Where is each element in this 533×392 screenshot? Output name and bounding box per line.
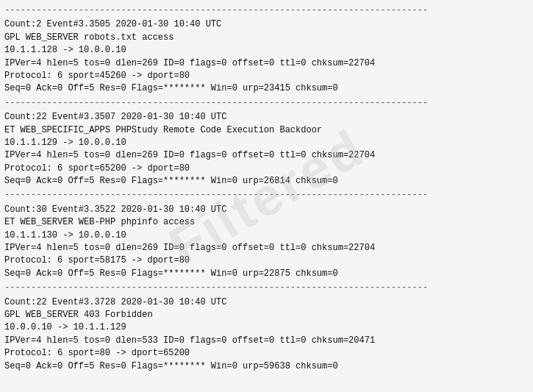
divider-4: ----------------------------------------… bbox=[4, 282, 529, 294]
log-line-3-3: 10.1.1.130 -> 10.0.0.10 bbox=[4, 229, 529, 242]
log-line-2-4: IPVer=4 hlen=5 tos=0 dlen=269 ID=0 flags… bbox=[4, 149, 529, 162]
log-block-4: Count:22 Event#3.3728 2020-01-30 10:40 U… bbox=[4, 296, 529, 373]
log-line-1-2: GPL WEB_SERVER robots.txt access bbox=[4, 32, 529, 44]
log-line-2-5: Protocol: 6 sport=65200 -> dport=80 bbox=[4, 163, 529, 175]
log-line-1-5: Protocol: 6 sport=45260 -> dport=80 bbox=[4, 70, 529, 82]
log-line-2-1: Count:22 Event#3.3507 2020-01-30 10:40 U… bbox=[4, 111, 529, 124]
log-line-3-1: Count:30 Event#3.3522 2020-01-30 10:40 U… bbox=[4, 204, 529, 216]
log-line-3-4: IPVer=4 hlen=5 tos=0 dlen=269 ID=0 flags… bbox=[4, 242, 529, 254]
log-line-4-3: 10.0.0.10 -> 10.1.1.129 bbox=[4, 321, 529, 334]
log-line-2-6: Seq=0 Ack=0 Off=5 Res=0 Flags=******** W… bbox=[4, 175, 529, 188]
log-line-4-2: GPL WEB_SERVER 403 Forbidden bbox=[4, 309, 529, 321]
log-line-1-6: Seq=0 Ack=0 Off=5 Res=0 Flags=******** W… bbox=[4, 82, 529, 95]
log-line-1-1: Count:2 Event#3.3505 2020-01-30 10:40 UT… bbox=[4, 18, 529, 31]
log-line-2-2: ET WEB_SPECIFIC_APPS PHPStudy Remote Cod… bbox=[4, 124, 529, 137]
log-line-1-4: IPVer=4 hlen=5 tos=0 dlen=269 ID=0 flags… bbox=[4, 57, 529, 70]
divider-3: ----------------------------------------… bbox=[4, 189, 529, 202]
log-block-3: Count:30 Event#3.3522 2020-01-30 10:40 U… bbox=[4, 204, 529, 280]
log-line-4-1: Count:22 Event#3.3728 2020-01-30 10:40 U… bbox=[4, 296, 529, 309]
log-line-3-5: Protocol: 6 sport=58175 -> dport=80 bbox=[4, 254, 529, 267]
log-line-1-3: 10.1.1.128 -> 10.0.0.10 bbox=[4, 44, 529, 57]
divider-1: ----------------------------------------… bbox=[4, 4, 529, 17]
log-line-4-6: Seq=0 Ack=0 Off=5 Res=0 Flags=******** W… bbox=[4, 360, 529, 373]
log-line-4-5: Protocol: 6 sport=80 -> dport=65200 bbox=[4, 347, 529, 360]
log-container: Filtered -------------------------------… bbox=[0, 0, 533, 392]
log-line-3-6: Seq=0 Ack=0 Off=5 Res=0 Flags=******** W… bbox=[4, 268, 529, 280]
log-block-2: Count:22 Event#3.3507 2020-01-30 10:40 U… bbox=[4, 111, 529, 188]
log-block-1: Count:2 Event#3.3505 2020-01-30 10:40 UT… bbox=[4, 18, 529, 95]
divider-2: ----------------------------------------… bbox=[4, 97, 529, 110]
log-line-3-2: ET WEB_SERVER WEB-PHP phpinfo access bbox=[4, 216, 529, 229]
log-line-4-4: IPVer=4 hlen=5 tos=0 dlen=533 ID=0 flags… bbox=[4, 335, 529, 347]
log-line-2-3: 10.1.1.129 -> 10.0.0.10 bbox=[4, 137, 529, 149]
